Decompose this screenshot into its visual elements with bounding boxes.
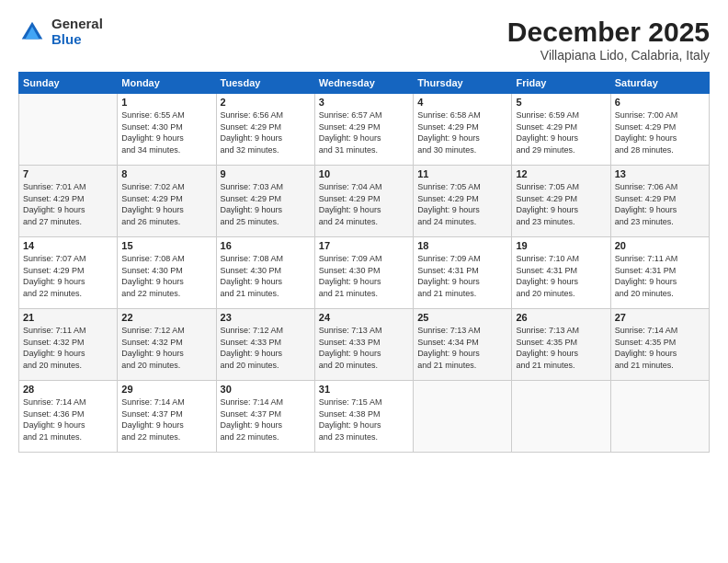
sunrise-text: Sunrise: 7:14 AM [615,325,705,337]
day-info: Sunrise: 7:09 AMSunset: 4:31 PMDaylight:… [417,253,507,299]
sunset-text: Sunset: 4:29 PM [516,121,606,133]
sunset-text: Sunset: 4:37 PM [121,408,211,420]
day-number: 18 [417,240,507,251]
calendar-week-row: 7Sunrise: 7:01 AMSunset: 4:29 PMDaylight… [19,166,710,237]
calendar-cell: 9Sunrise: 7:03 AMSunset: 4:29 PMDaylight… [216,166,314,237]
daylight-minutes-text: and 34 minutes. [121,144,211,156]
logo: General Blue [18,17,103,47]
sunrise-text: Sunrise: 7:03 AM [221,181,311,193]
daylight-minutes-text: and 23 minutes. [615,216,705,228]
day-number: 8 [121,168,211,179]
daylight-text: Daylight: 9 hours [23,276,113,288]
sunset-text: Sunset: 4:29 PM [319,121,409,133]
calendar-cell: 2Sunrise: 6:56 AMSunset: 4:29 PMDaylight… [216,94,314,166]
sunset-text: Sunset: 4:29 PM [121,193,211,205]
sunrise-text: Sunrise: 7:14 AM [121,396,211,408]
calendar-cell: 19Sunrise: 7:10 AMSunset: 4:31 PMDayligh… [512,237,610,309]
day-info: Sunrise: 7:07 AMSunset: 4:29 PMDaylight:… [23,253,113,299]
sunrise-text: Sunrise: 7:01 AM [23,181,113,193]
day-number: 10 [319,168,409,179]
daylight-text: Daylight: 9 hours [121,132,211,144]
daylight-text: Daylight: 9 hours [516,348,606,360]
calendar-week-row: 21Sunrise: 7:11 AMSunset: 4:32 PMDayligh… [19,309,710,381]
day-info: Sunrise: 7:05 AMSunset: 4:29 PMDaylight:… [516,181,606,227]
day-info: Sunrise: 7:01 AMSunset: 4:29 PMDaylight:… [23,181,113,227]
daylight-minutes-text: and 21 minutes. [221,288,311,300]
day-number: 24 [319,312,409,323]
calendar-cell: 27Sunrise: 7:14 AMSunset: 4:35 PMDayligh… [610,309,709,381]
sunset-text: Sunset: 4:29 PM [221,121,311,133]
day-info: Sunrise: 7:13 AMSunset: 4:34 PMDaylight:… [417,325,507,371]
day-info: Sunrise: 7:09 AMSunset: 4:30 PMDaylight:… [319,253,409,299]
day-number: 20 [615,240,705,251]
calendar-week-row: 14Sunrise: 7:07 AMSunset: 4:29 PMDayligh… [19,237,710,309]
sunrise-text: Sunrise: 7:11 AM [23,325,113,337]
sunrise-text: Sunrise: 7:05 AM [417,181,507,193]
day-info: Sunrise: 7:04 AMSunset: 4:29 PMDaylight:… [319,181,409,227]
calendar-cell: 20Sunrise: 7:11 AMSunset: 4:31 PMDayligh… [610,237,709,309]
daylight-text: Daylight: 9 hours [615,132,705,144]
sunrise-text: Sunrise: 7:08 AM [221,253,311,265]
calendar-cell [19,94,118,166]
day-info: Sunrise: 7:14 AMSunset: 4:35 PMDaylight:… [615,325,705,371]
sunset-text: Sunset: 4:32 PM [121,337,211,349]
day-number: 21 [23,312,113,323]
day-info: Sunrise: 6:59 AMSunset: 4:29 PMDaylight:… [516,109,606,155]
calendar-week-row: 28Sunrise: 7:14 AMSunset: 4:36 PMDayligh… [19,381,710,453]
day-number: 31 [319,384,409,395]
logo-text: General Blue [51,17,103,47]
calendar-cell: 8Sunrise: 7:02 AMSunset: 4:29 PMDaylight… [118,166,216,237]
calendar-cell: 12Sunrise: 7:05 AMSunset: 4:29 PMDayligh… [512,166,610,237]
day-info: Sunrise: 7:08 AMSunset: 4:30 PMDaylight:… [121,253,211,299]
daylight-text: Daylight: 9 hours [417,132,507,144]
day-info: Sunrise: 7:11 AMSunset: 4:32 PMDaylight:… [23,325,113,371]
day-info: Sunrise: 7:15 AMSunset: 4:38 PMDaylight:… [319,396,409,442]
day-number: 19 [516,240,606,251]
calendar-cell: 29Sunrise: 7:14 AMSunset: 4:37 PMDayligh… [118,381,216,453]
sunset-text: Sunset: 4:31 PM [516,265,606,277]
calendar-cell: 14Sunrise: 7:07 AMSunset: 4:29 PMDayligh… [19,237,118,309]
day-info: Sunrise: 7:12 AMSunset: 4:33 PMDaylight:… [221,325,311,371]
calendar-cell: 15Sunrise: 7:08 AMSunset: 4:30 PMDayligh… [118,237,216,309]
calendar-cell: 23Sunrise: 7:12 AMSunset: 4:33 PMDayligh… [216,309,314,381]
day-info: Sunrise: 7:12 AMSunset: 4:32 PMDaylight:… [121,325,211,371]
sunrise-text: Sunrise: 6:55 AM [121,109,211,121]
calendar-cell: 1Sunrise: 6:55 AMSunset: 4:30 PMDaylight… [118,94,216,166]
calendar-cell: 26Sunrise: 7:13 AMSunset: 4:35 PMDayligh… [512,309,610,381]
daylight-minutes-text: and 24 minutes. [417,216,507,228]
day-number: 27 [615,312,705,323]
calendar-table: SundayMondayTuesdayWednesdayThursdayFrid… [18,72,710,453]
daylight-text: Daylight: 9 hours [319,132,409,144]
daylight-minutes-text: and 20 minutes. [23,360,113,372]
sunset-text: Sunset: 4:38 PM [319,408,409,420]
calendar-cell: 7Sunrise: 7:01 AMSunset: 4:29 PMDaylight… [19,166,118,237]
daylight-minutes-text: and 23 minutes. [516,216,606,228]
title-section: December 2025 Villapiana Lido, Calabria,… [507,17,710,63]
daylight-minutes-text: and 22 minutes. [221,431,311,443]
daylight-text: Daylight: 9 hours [221,419,311,431]
sunset-text: Sunset: 4:29 PM [615,121,705,133]
day-number: 16 [221,240,311,251]
day-header-saturday: Saturday [610,73,709,94]
daylight-minutes-text: and 32 minutes. [221,144,311,156]
daylight-text: Daylight: 9 hours [23,204,113,216]
daylight-text: Daylight: 9 hours [615,348,705,360]
daylight-text: Daylight: 9 hours [23,348,113,360]
sunrise-text: Sunrise: 7:14 AM [23,396,113,408]
sunrise-text: Sunrise: 7:06 AM [615,181,705,193]
calendar-cell: 21Sunrise: 7:11 AMSunset: 4:32 PMDayligh… [19,309,118,381]
calendar-cell: 6Sunrise: 7:00 AMSunset: 4:29 PMDaylight… [610,94,709,166]
daylight-text: Daylight: 9 hours [417,276,507,288]
daylight-minutes-text: and 22 minutes. [121,288,211,300]
daylight-text: Daylight: 9 hours [417,348,507,360]
sunset-text: Sunset: 4:32 PM [23,337,113,349]
daylight-minutes-text: and 22 minutes. [23,288,113,300]
daylight-text: Daylight: 9 hours [615,276,705,288]
sunrise-text: Sunrise: 7:13 AM [417,325,507,337]
day-number: 30 [221,384,311,395]
day-number: 4 [417,97,507,108]
day-info: Sunrise: 7:14 AMSunset: 4:37 PMDaylight:… [221,396,311,442]
daylight-text: Daylight: 9 hours [516,132,606,144]
daylight-minutes-text: and 21 minutes. [23,431,113,443]
day-number: 14 [23,240,113,251]
